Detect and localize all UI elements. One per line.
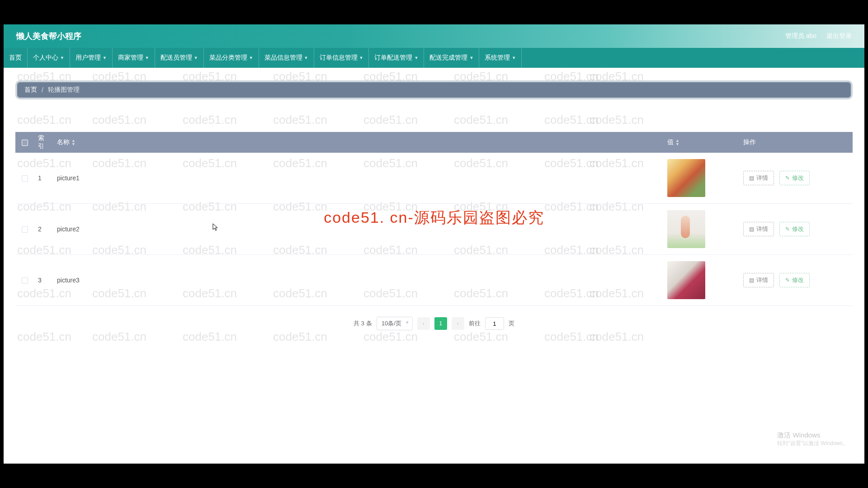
prev-page-button[interactable]: ‹ — [417, 317, 430, 330]
admin-label[interactable]: 管理员 abo — [785, 32, 816, 40]
row-checkbox[interactable] — [22, 175, 28, 182]
row-name: picture1 — [53, 153, 664, 204]
header-bar: 懒人美食帮小程序 管理员 abo 退出登录 — [4, 24, 864, 48]
windows-activation-notice: 激活 Windows 转到"设置"以激活 Windows。 — [777, 431, 848, 447]
row-name: picture2 — [53, 204, 664, 255]
chevron-down-icon: ▼ — [249, 56, 253, 60]
row-thumbnail — [667, 210, 705, 248]
nav-item-7[interactable]: 订单信息管理▼ — [314, 48, 369, 68]
nav-bar: 首页个人中心▼用户管理▼商家管理▼配送员管理▼菜品分类管理▼菜品信息管理▼订单信… — [4, 48, 864, 68]
detail-button[interactable]: ▤详情 — [743, 273, 774, 287]
nav-item-3[interactable]: 商家管理▼ — [113, 48, 155, 68]
goto-page-input[interactable] — [485, 317, 504, 330]
detail-button[interactable]: ▤详情 — [743, 171, 774, 185]
nav-item-1[interactable]: 个人中心▼ — [28, 48, 70, 68]
col-name[interactable]: 名称▲▼ — [53, 132, 664, 153]
row-checkbox[interactable] — [22, 226, 28, 233]
table-row: 2picture2▤详情✎修改 — [15, 204, 853, 255]
detail-button[interactable]: ▤详情 — [743, 222, 774, 236]
chevron-down-icon: ▼ — [304, 56, 308, 60]
row-index: 3 — [34, 255, 53, 306]
page-size-select[interactable]: 10条/页 — [377, 317, 413, 330]
row-thumbnail — [667, 261, 705, 299]
table-row: 1picture1▤详情✎修改 — [15, 153, 853, 204]
data-table: 索引 名称▲▼ 值▲▼ 操作 1picture1▤详情✎修改2picture2▤… — [15, 132, 853, 306]
nav-item-5[interactable]: 菜品分类管理▼ — [204, 48, 259, 68]
detail-icon: ▤ — [749, 175, 754, 181]
select-all-checkbox[interactable] — [22, 140, 28, 146]
row-thumbnail — [667, 159, 705, 197]
nav-item-2[interactable]: 用户管理▼ — [70, 48, 113, 68]
edit-button[interactable]: ✎修改 — [779, 171, 810, 185]
edit-icon: ✎ — [785, 175, 790, 181]
row-index: 2 — [34, 204, 53, 255]
breadcrumb: 首页 / 轮播图管理 — [15, 80, 853, 99]
table-row: 3picture3▤详情✎修改 — [15, 255, 853, 306]
nav-item-0[interactable]: 首页 — [4, 48, 28, 68]
next-page-button[interactable]: › — [452, 317, 464, 330]
sort-icon: ▲▼ — [71, 139, 75, 146]
chevron-down-icon: ▼ — [469, 56, 473, 60]
chevron-down-icon: ▼ — [414, 56, 418, 60]
edit-button[interactable]: ✎修改 — [779, 273, 810, 287]
detail-icon: ▤ — [749, 226, 754, 232]
breadcrumb-current: 轮播图管理 — [48, 86, 80, 94]
pagination: 共 3 条 10条/页 ‹ 1 › 前往 页 — [15, 317, 853, 330]
edit-icon: ✎ — [785, 226, 790, 232]
row-checkbox[interactable] — [22, 277, 28, 284]
sort-icon: ▲▼ — [675, 139, 679, 146]
chevron-down-icon: ▼ — [145, 56, 149, 60]
breadcrumb-sep: / — [42, 86, 43, 94]
nav-item-8[interactable]: 订单配送管理▼ — [369, 48, 424, 68]
goto-suffix: 页 — [509, 319, 514, 328]
chevron-down-icon: ▼ — [194, 56, 198, 60]
col-ops: 操作 — [740, 132, 853, 153]
row-index: 1 — [34, 153, 53, 204]
logout-link[interactable]: 退出登录 — [826, 32, 852, 40]
breadcrumb-home[interactable]: 首页 — [24, 86, 37, 94]
col-index: 索引 — [34, 132, 53, 153]
nav-item-6[interactable]: 菜品信息管理▼ — [259, 48, 314, 68]
row-name: picture3 — [53, 255, 664, 306]
pagination-total: 共 3 条 — [354, 319, 372, 328]
chevron-down-icon: ▼ — [60, 56, 64, 60]
app-title: 懒人美食帮小程序 — [16, 31, 81, 42]
chevron-down-icon: ▼ — [512, 56, 516, 60]
nav-item-4[interactable]: 配送员管理▼ — [155, 48, 204, 68]
goto-prefix: 前往 — [469, 319, 481, 328]
chevron-down-icon: ▼ — [103, 56, 107, 60]
col-value[interactable]: 值▲▼ — [664, 132, 740, 153]
edit-button[interactable]: ✎修改 — [779, 222, 810, 236]
edit-icon: ✎ — [785, 277, 790, 283]
chevron-down-icon: ▼ — [359, 56, 363, 60]
nav-item-10[interactable]: 系统管理▼ — [479, 48, 522, 68]
detail-icon: ▤ — [749, 277, 754, 283]
nav-item-9[interactable]: 配送完成管理▼ — [424, 48, 479, 68]
page-1-button[interactable]: 1 — [434, 317, 447, 330]
